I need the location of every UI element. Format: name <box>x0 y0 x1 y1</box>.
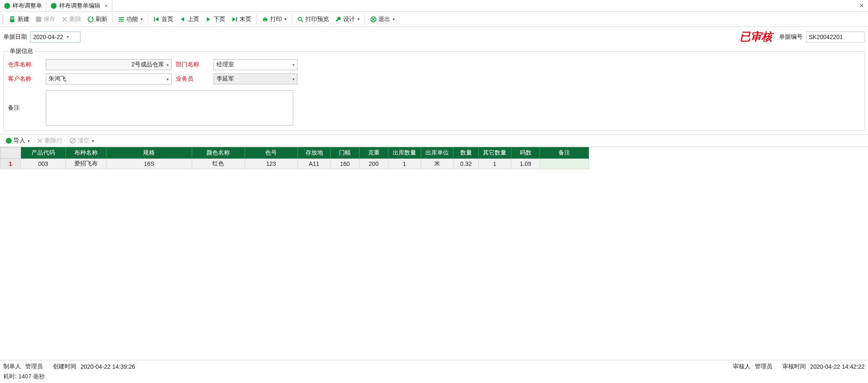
first-page-button[interactable]: 首页 <box>151 14 176 24</box>
date-select[interactable]: 2020-04-22 ▾ <box>30 31 81 42</box>
cell[interactable]: 16S <box>107 159 192 169</box>
warehouse-label: 仓库名称 <box>8 61 42 68</box>
cell[interactable]: 1 <box>388 159 421 169</box>
new-button[interactable]: 新建 <box>7 14 32 24</box>
elapsed-text: 耗时: 1407 毫秒 <box>3 373 865 380</box>
cell[interactable]: A11 <box>297 159 330 169</box>
import-button[interactable]: 导入 ▾ <box>3 136 32 146</box>
col-header[interactable]: 门幅 <box>331 147 360 159</box>
cell[interactable]: 1 <box>478 159 511 169</box>
svg-rect-2 <box>10 18 14 18</box>
globe-icon <box>6 138 12 144</box>
svg-rect-10 <box>154 17 155 21</box>
table-row[interactable]: 1 003 爱招飞布 16S 红色 123 A11 160 200 1 米 0.… <box>0 159 589 169</box>
cell[interactable]: 160 <box>331 159 360 169</box>
auditor-value: 管理员 <box>755 363 772 370</box>
customer-select[interactable]: 朱鸿飞 ▾ <box>46 73 172 84</box>
print-icon <box>262 16 268 23</box>
svg-rect-15 <box>236 17 237 21</box>
close-icon[interactable]: × <box>104 3 108 9</box>
next-page-button[interactable]: 下页 <box>203 14 228 24</box>
svg-marker-11 <box>155 17 159 21</box>
col-header[interactable]: 克重 <box>359 147 388 159</box>
cell[interactable]: 0.32 <box>454 159 478 169</box>
dept-select[interactable]: 经理室 ▾ <box>214 59 297 70</box>
table-header-row: 产品代码 布种名称 规格 颜色名称 色号 存放地 门幅 克重 出库数量 出库单位… <box>0 147 589 159</box>
svg-rect-3 <box>10 19 14 19</box>
svg-point-19 <box>298 17 302 21</box>
create-time-value: 2020-04-22 14:39:26 <box>81 363 135 370</box>
svg-marker-12 <box>181 17 184 21</box>
date-label: 单据日期 <box>3 33 27 41</box>
save-label: 保存 <box>44 16 55 23</box>
cell[interactable]: 米 <box>421 159 454 169</box>
last-page-button[interactable]: 末页 <box>229 14 254 24</box>
save-icon <box>35 16 42 23</box>
col-header[interactable]: 存放地 <box>297 147 330 159</box>
chevron-down-icon: ▾ <box>167 77 169 81</box>
preview-button[interactable]: 打印预览 <box>295 14 331 24</box>
tab-adjust-edit[interactable]: 样布调整单编辑 × <box>47 0 112 11</box>
col-header[interactable]: 色号 <box>245 147 297 159</box>
chevron-down-icon: ▾ <box>393 17 395 21</box>
clear-icon <box>69 137 76 144</box>
cell[interactable]: 1.09 <box>511 159 540 169</box>
docno-field[interactable]: SK20042201 <box>806 31 865 42</box>
chevron-down-icon: ▾ <box>357 17 360 21</box>
exit-icon <box>370 16 377 23</box>
col-header[interactable]: 规格 <box>107 147 192 159</box>
cell[interactable]: 200 <box>359 159 388 169</box>
col-header[interactable]: 出库单位 <box>421 147 454 159</box>
svg-rect-5 <box>37 17 40 19</box>
warehouse-select[interactable]: 2号成品仓库 ▾ <box>46 59 172 70</box>
tab-adjust-list[interactable]: 样布调整单 <box>0 0 47 11</box>
refresh-button[interactable]: 刷新 <box>85 14 110 24</box>
maker-label: 制单人 <box>3 363 21 370</box>
chevron-down-icon: ▾ <box>67 34 69 39</box>
window-close-button[interactable]: × <box>855 0 868 11</box>
col-header[interactable]: 数量 <box>454 147 478 159</box>
cell[interactable]: 003 <box>21 159 65 169</box>
cell[interactable] <box>540 159 589 169</box>
last-icon <box>231 16 238 23</box>
col-header[interactable]: 产品代码 <box>21 147 65 159</box>
svg-rect-7 <box>119 17 124 18</box>
design-button[interactable]: 设计 ▾ <box>332 14 362 24</box>
col-header[interactable]: 布种名称 <box>66 147 107 159</box>
date-value: 2020-04-22 <box>33 34 63 40</box>
delete-label: 删除 <box>70 16 81 23</box>
delete-button: 删除 <box>59 14 84 24</box>
print-button[interactable]: 打印 ▾ <box>259 14 289 24</box>
col-header[interactable]: 码数 <box>511 147 540 159</box>
refresh-label: 刷新 <box>96 16 107 23</box>
svg-rect-1 <box>10 17 14 18</box>
doc-info-fieldset: 单据信息 仓库名称 2号成品仓库 ▾ 部门名称 经理室 ▾ 客户名称 朱鸿飞 ▾… <box>3 47 865 131</box>
customer-label: 客户名称 <box>8 75 42 83</box>
col-header[interactable]: 其它数量 <box>478 147 511 159</box>
design-label: 设计 <box>343 16 355 23</box>
cell[interactable]: 红色 <box>192 159 245 169</box>
prev-page-button[interactable]: 上页 <box>177 14 202 24</box>
globe-icon <box>4 3 10 9</box>
col-header[interactable]: 出库数量 <box>388 147 421 159</box>
cell[interactable]: 爱招飞布 <box>66 159 107 169</box>
remark-textarea[interactable] <box>46 90 293 126</box>
data-table: 产品代码 布种名称 规格 颜色名称 色号 存放地 门幅 克重 出库数量 出库单位… <box>0 147 589 169</box>
cell[interactable]: 123 <box>245 159 297 169</box>
col-header[interactable]: 颜色名称 <box>192 147 245 159</box>
remark-label: 备注 <box>8 104 42 112</box>
prev-label: 上页 <box>188 16 199 23</box>
exit-button[interactable]: 退出 ▾ <box>368 14 397 24</box>
function-button[interactable]: 功能 ▾ <box>115 14 145 24</box>
tab-label: 样布调整单编辑 <box>59 2 100 10</box>
audit-time-value: 2020-04-22 14:42:22 <box>810 363 865 370</box>
svg-rect-18 <box>264 20 266 22</box>
col-header[interactable]: 备注 <box>540 147 589 159</box>
footer: 制单人 管理员 创建时间 2020-04-22 14:39:26 审核人 管理员… <box>0 360 868 383</box>
svg-rect-17 <box>264 17 266 18</box>
tab-bar: 样布调整单 样布调整单编辑 × × <box>0 0 868 12</box>
salesman-select[interactable]: 李延军 ▾ <box>214 73 297 84</box>
salesman-label: 业务员 <box>176 75 209 83</box>
preview-label: 打印预览 <box>305 16 329 23</box>
chevron-down-icon: ▾ <box>28 139 30 143</box>
